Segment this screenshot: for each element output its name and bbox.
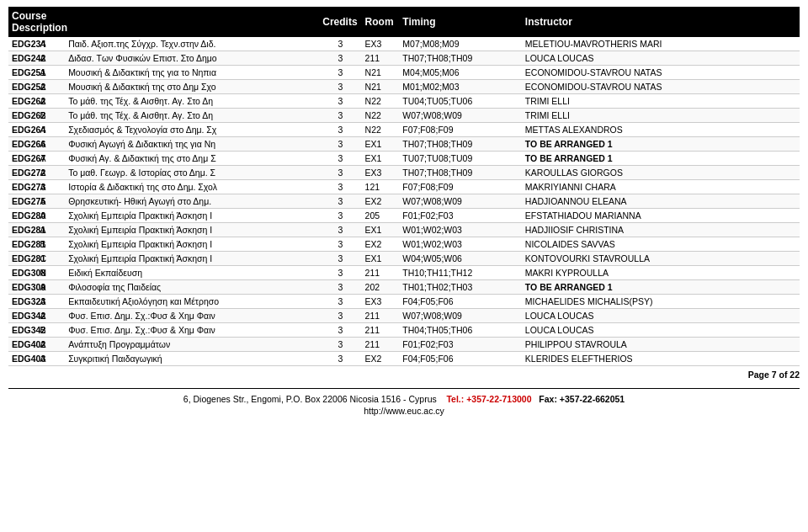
- cell-instructor: HADJIOANNOU ELEANA: [522, 194, 800, 209]
- table-row: EDG323AΕκπαιδευτική Αξιολόγηση και Μέτρη…: [8, 295, 800, 309]
- footer-address: 6, Diogenes Str., Engomi, P.O. Box 22006…: [183, 394, 437, 404]
- cell-credits: 3: [319, 109, 361, 123]
- cell-timing: TH04;TH05;TH06: [399, 323, 521, 338]
- cell-timing: TH10;TH11;TH12: [399, 266, 521, 280]
- table-row: EDG309AΦιλοσοφία της Παιδείας3202TH01;TH…: [8, 280, 800, 295]
- cell-section: A: [37, 166, 66, 180]
- cell-course: EDG342: [8, 309, 37, 323]
- cell-section: A: [37, 123, 66, 137]
- cell-section: A: [37, 209, 66, 223]
- table-row: EDG234AΠαιδ. Αξιοπ.της Σύγχρ. Τεχν.στην …: [8, 37, 800, 51]
- cell-room: N22: [362, 109, 400, 123]
- cell-credits: 3: [319, 51, 361, 66]
- cell-credits: 3: [319, 223, 361, 237]
- cell-desc: Σχολική Εμπειρία Πρακτική Άσκηση Ι: [65, 237, 319, 252]
- cell-timing: M07;M08;M09: [399, 37, 521, 51]
- cell-desc: Ειδική Εκπαίδευση: [65, 266, 319, 280]
- header-room: Room: [362, 7, 400, 37]
- cell-instructor: KLERIDES ELEFTHERIOS: [522, 352, 800, 366]
- table-row: EDG264AΣχεδιασμός & Τεχνολογία στο Δημ. …: [8, 123, 800, 137]
- cell-desc: Φυσ. Επισ. Δημ. Σχ.:Φυσ & Χημ Φαιν: [65, 323, 319, 338]
- table-row: EDG308NΕιδική Εκπαίδευση3211TH10;TH11;TH…: [8, 266, 800, 280]
- cell-room: EX1: [362, 252, 400, 266]
- cell-desc: Ιστορία & Διδακτική της στο Δημ. Σχολ: [65, 180, 319, 194]
- cell-course: EDG403: [8, 352, 37, 366]
- cell-room: EX2: [362, 352, 400, 366]
- table-body: EDG234AΠαιδ. Αξιοπ.της Σύγχρ. Τεχν.στην …: [8, 37, 800, 366]
- table-row: EDG251AΜουσική & Διδακτική της για το Νη…: [8, 66, 800, 80]
- cell-course: EDG281: [8, 223, 37, 237]
- cell-section: A: [37, 80, 66, 94]
- cell-desc: Μουσική & Διδακτική της στο Δημ Σχο: [65, 80, 319, 94]
- cell-timing: F01;F02;F03: [399, 338, 521, 352]
- cell-course: EDG342: [8, 323, 37, 338]
- cell-desc: Το μάθ. της Τέχ. & Αισθητ. Αγ. Στο Δη: [65, 109, 319, 123]
- cell-section: B: [37, 109, 66, 123]
- cell-room: 205: [362, 209, 400, 223]
- cell-section: B: [37, 237, 66, 252]
- header-timing: Timing: [399, 7, 521, 37]
- cell-instructor: METTAS ALEXANDROS: [522, 123, 800, 137]
- cell-room: N22: [362, 123, 400, 137]
- header-course: Course Description: [8, 7, 65, 37]
- cell-timing: W04;W05;W06: [399, 252, 521, 266]
- cell-desc: Φυσική Αγ. & Διδακτική της στο Δημ Σ: [65, 152, 319, 166]
- cell-desc: Μουσική & Διδακτική της για το Νηπια: [65, 66, 319, 80]
- cell-instructor: MELETIOU-MAVROTHERIS MARI: [522, 37, 800, 51]
- table-header-row: Course Description Credits Room Timing I…: [8, 7, 800, 37]
- cell-credits: 3: [319, 338, 361, 352]
- cell-timing: M04;M05;M06: [399, 66, 521, 80]
- cell-desc: Φυσ. Επισ. Δημ. Σχ.:Φυσ & Χημ Φαιν: [65, 309, 319, 323]
- table-row: EDG281CΣχολική Εμπειρία Πρακτική Άσκηση …: [8, 252, 800, 266]
- cell-course: EDG234: [8, 37, 37, 51]
- cell-desc: Εκπαιδευτική Αξιολόγηση και Μέτρησο: [65, 295, 319, 309]
- cell-desc: Σχεδιασμός & Τεχνολογία στο Δημ. Σχ: [65, 123, 319, 137]
- cell-course: EDG309: [8, 280, 37, 295]
- cell-section: A: [37, 180, 66, 194]
- cell-room: EX3: [362, 37, 400, 51]
- page-number-text: Page 7 of 22: [748, 370, 800, 380]
- cell-instructor: EFSTATHIADOU MARIANNA: [522, 209, 800, 223]
- cell-room: 211: [362, 51, 400, 66]
- cell-instructor: TO BE ARRANGED 1: [522, 137, 800, 152]
- cell-instructor: ECONOMIDOU-STAVROU NATAS: [522, 80, 800, 94]
- cell-section: A: [37, 352, 66, 366]
- cell-room: N21: [362, 80, 400, 94]
- table-row: EDG342BΦυσ. Επισ. Δημ. Σχ.:Φυσ & Χημ Φαι…: [8, 323, 800, 338]
- table-row: EDG252AΜουσική & Διδακτική της στο Δημ Σ…: [8, 80, 800, 94]
- cell-credits: 3: [319, 252, 361, 266]
- cell-course: EDG273: [8, 180, 37, 194]
- cell-course: EDG308: [8, 266, 37, 280]
- cell-credits: 3: [319, 37, 361, 51]
- cell-section: A: [37, 280, 66, 295]
- cell-instructor: HADJIIOSIF CHRISTINA: [522, 223, 800, 237]
- cell-course: EDG281: [8, 237, 37, 252]
- cell-desc: Σχολική Εμπειρία Πρακτική Άσκηση Ι: [65, 252, 319, 266]
- cell-course: EDG262: [8, 109, 37, 123]
- cell-instructor: MAKRIYIANNI CHARA: [522, 180, 800, 194]
- cell-course: EDG272: [8, 166, 37, 180]
- cell-desc: Παιδ. Αξιοπ.της Σύγχρ. Τεχν.στην Διδ.: [65, 37, 319, 51]
- cell-course: EDG402: [8, 338, 37, 352]
- table-row: EDG342AΦυσ. Επισ. Δημ. Σχ.:Φυσ & Χημ Φαι…: [8, 309, 800, 323]
- table-row: EDG281BΣχολική Εμπειρία Πρακτική Άσκηση …: [8, 237, 800, 252]
- cell-credits: 3: [319, 137, 361, 152]
- cell-section: A: [37, 51, 66, 66]
- table-row: EDG273AΙστορία & Διδακτική της στο Δημ. …: [8, 180, 800, 194]
- cell-room: EX3: [362, 295, 400, 309]
- cell-section: B: [37, 323, 66, 338]
- cell-timing: F04;F05;F06: [399, 295, 521, 309]
- footer-fax: +357-22-662051: [560, 394, 625, 404]
- footer-tel: +357-22-713000: [466, 394, 531, 404]
- cell-instructor: PHILIPPOU STAVROULA: [522, 338, 800, 352]
- cell-timing: F07;F08;F09: [399, 123, 521, 137]
- cell-timing: W07;W08;W09: [399, 309, 521, 323]
- cell-desc: Φιλοσοφία της Παιδείας: [65, 280, 319, 295]
- cell-instructor: KONTOVOURKI STAVROULLA: [522, 252, 800, 266]
- cell-timing: F07;F08;F09: [399, 180, 521, 194]
- cell-desc: Το μάθ. της Τέχ. & Αισθητ. Αγ. Στο Δη: [65, 94, 319, 109]
- course-table: Course Description Credits Room Timing I…: [8, 7, 800, 366]
- cell-course: EDG262: [8, 94, 37, 109]
- cell-room: EX2: [362, 194, 400, 209]
- cell-credits: 3: [319, 166, 361, 180]
